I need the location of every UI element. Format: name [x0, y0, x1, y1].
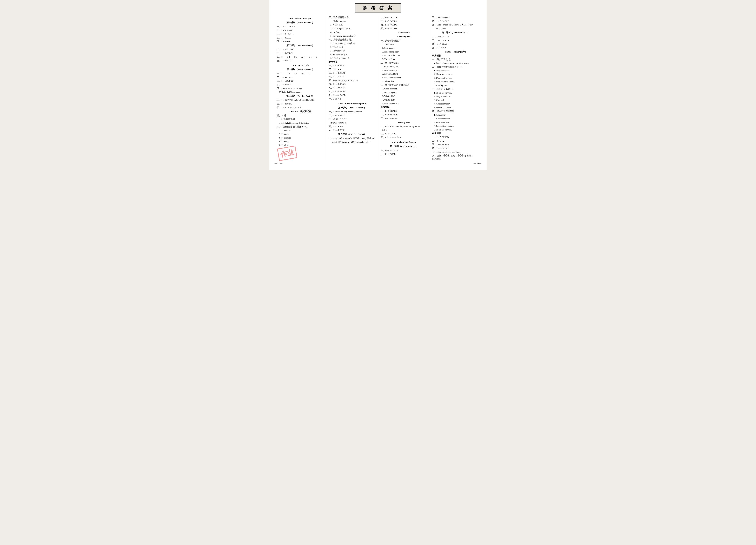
answer-line-indent: 1. These are flowers. [432, 91, 480, 95]
answer-line: 六、1～5 CBAAA [328, 82, 376, 86]
answer-line-indent: 3. What's this? [380, 94, 428, 98]
answer-line-indent: 6. line [380, 128, 428, 132]
answer-line: 五、1.are，sheep 2.is，flower 3.What，They [432, 23, 480, 27]
answer-line-indent: 5. These are flowers. [432, 128, 480, 132]
sub-title2: 一、我会听音选词。 [276, 118, 324, 121]
sub-title2: 一、我会听音选图片。 [380, 39, 428, 43]
sub-title: 听力材料 [276, 114, 324, 117]
answer-line-indent: 3. It's a strong tiger. [380, 50, 428, 54]
sub-title2: 一、我会听音选词。 [432, 58, 480, 61]
answer-line-indent: 1.these 2.children 3.strong 4.birds 5.th… [432, 62, 480, 65]
answer-line: 二、3 2 1 4 5 [328, 68, 376, 71]
page-title: 参 考 答 案 [355, 3, 401, 12]
answer-line: 九、1～5 AAABB [328, 93, 376, 97]
answer-line: 一、1～5 BBBAC [328, 64, 376, 67]
answer-line-indent: 3. I'm a small bird. [380, 72, 428, 76]
answer-line: 三、1～5 BBABB [432, 143, 480, 146]
section-title: Listening Part [380, 35, 428, 38]
answer-line: 一、1.circle 2.mouse 3.square 4.strong 5.m… [380, 125, 428, 128]
section-title: Units 3～4 综合测试卷 [432, 50, 480, 54]
answer-line: 四、1～5 AABAA [432, 147, 480, 150]
answer-line: 三、1～5 CBACA [432, 39, 480, 42]
answer-line-indent: 1. Glad to see you! [380, 65, 428, 68]
answer-line: 二、1～4 DABC [380, 132, 428, 136]
answer-line-indent: 2. They are rabbits. [432, 95, 480, 98]
answer-line: 三、1～5 CBBCA [276, 51, 324, 55]
sub-title2: 四、我会听音选应答语。 [328, 38, 376, 42]
answer-line-indent: 5. It's a big tree. [432, 84, 480, 87]
answer-line: 五、D C E A B [432, 46, 480, 50]
answer-line: 三、1.√ 2.√ 3.× 4.√ 5.× [380, 136, 428, 139]
answer-line: 四、1～4 BBAC [328, 125, 376, 128]
answer-line-indent: 2. How are you? [380, 91, 428, 94]
answer-line-indent: 2. What's this? [328, 23, 376, 27]
answer-line-indent: 3. It's small. [432, 99, 480, 102]
answer-line-indent: 3. This is a green circle. [328, 27, 376, 30]
answer-line: 四、1～5 ACBDE [380, 23, 428, 27]
answer-line: 三、1～4 BABB [276, 102, 324, 106]
answer-line-indent: 2. It's a dot. [276, 132, 324, 136]
answer-line-indent: 1. They are sheep. [432, 69, 480, 73]
answer-line: 三、1.× 2.√ 3.× 4.× [276, 32, 324, 36]
answer-line-indent: 形容词：B D F G [328, 121, 376, 125]
column-1: Unit 1 Nice to meet you!第一课时（Part A～Part… [275, 16, 326, 161]
answer-page: 参 考 答 案 Unit 1 Nice to meet you!第一课时（Par… [269, 0, 487, 170]
answer-line-indent: 1. It's a circle. [276, 129, 324, 132]
answer-line: 四、1～5 AABCB [432, 19, 480, 23]
answer-line-indent: 2. Those are children. [432, 73, 480, 76]
answer-line-indent: 3. How are you? [328, 49, 376, 53]
answer-line-indent: 5. How many lines are there? [328, 34, 376, 38]
page-header: 参 考 答 案 [275, 3, 481, 12]
sub-title2: 四、我会听音选应答语。 [432, 110, 480, 113]
answer-line: 三、1～5 BDAEC [432, 16, 480, 19]
answer-line: 五、1～4 BCAD [276, 59, 324, 63]
answer-line: 二、1～5 ACABC [276, 48, 324, 51]
answer-line-indent: 4. It's a dog. [276, 140, 324, 143]
sub-title2: 二、我会听音给图片排序 1～5。 [432, 65, 480, 69]
answer-line: 三、1～5 BCBBB [276, 79, 324, 83]
section-title: Writing Part [380, 121, 428, 124]
answer-line-indent: 4. What are these? [432, 102, 480, 106]
answer-line: 四、1～4 DBAC [276, 83, 324, 87]
answer-line: 四、1～5 AAAAA [328, 75, 376, 78]
answer-line: 四、1——B 2——C 3——A 4——E 5——D [276, 55, 324, 59]
answer-line: 三、1～5 ABAAA [380, 117, 428, 120]
answer-line-indent: 2. What are those? [432, 117, 480, 121]
answer-line-indent: 3. It's a small mouse. [432, 76, 480, 80]
answer-line: 二、1～5 BBACB [380, 113, 428, 116]
section-title: Units 1～2 综合测试卷 [276, 110, 324, 113]
section-title: 第二课时（Part D～Part G） [276, 44, 324, 47]
answer-line-indent: 4. It's a beautiful flower. [432, 80, 480, 84]
answer-line: 四、1～3 ABA [276, 36, 324, 40]
section-title: 第一课时（Part A～Part C） [328, 106, 376, 110]
answer-line-indent: 4. I'm a small mouse. [380, 54, 428, 57]
answer-line-indent: 5. What's that? [380, 80, 428, 83]
answer-line: 一、1～6 BADFCE [380, 149, 428, 152]
answer-line: 二、1～5 CACCA [432, 35, 480, 38]
answer-line: 六、动物：①③⑧ 植物：②④⑥ 形容词：①⑤⑦⑨ [432, 154, 480, 161]
answer-line: 四、1～4 BBAB [432, 42, 480, 46]
unit-title: Unit 4 These are flowers [380, 140, 428, 144]
sub-title2: 二、我会听音给图片排序 1～5。 [276, 125, 324, 129]
page-num-left: — 92 — [275, 162, 282, 165]
answer-line-indent: 5. Nice to meet you. [380, 102, 428, 105]
answer-line-indent: 4. I'm fine. [328, 31, 376, 34]
answer-line: 五、1～4 BBAB [328, 128, 376, 132]
answer-line: 一、1～5 BBABB [380, 109, 428, 113]
answer-line-indent: 2.What's that? It's a square. [276, 90, 324, 94]
sub-title: 参考答案 [380, 106, 428, 109]
answer-line-indent: 4.birds，three [432, 27, 480, 30]
answer-line: 三、1～5 CCCBA [380, 19, 428, 23]
answer-line-indent: 4. What's that? [380, 98, 428, 102]
answer-line-indent: 5. Don't touch them. [432, 106, 480, 109]
answer-line-indent: 1. Glad to see you. [328, 19, 376, 23]
answer-line-indent: 1. What's this? [432, 113, 480, 117]
answer-line-indent: 2. What's that? [328, 45, 376, 49]
answer-line: 二、1～4 AAAB [328, 114, 376, 117]
column-3: 二、1～5 CCCCA三、1～5 CCCBA四、1～5 ACBDE五、1～5 A… [378, 16, 430, 161]
answer-line: 五、meet happy square circle dot [328, 79, 376, 82]
answer-line: 五、1～5 AECDB [380, 27, 428, 30]
answer-line-indent: 3. It's a square. [276, 136, 324, 140]
answer-line: 十、3 1 5 4 2 [328, 97, 376, 101]
sub-title2: 三、我会听音选句子。 [328, 16, 376, 19]
